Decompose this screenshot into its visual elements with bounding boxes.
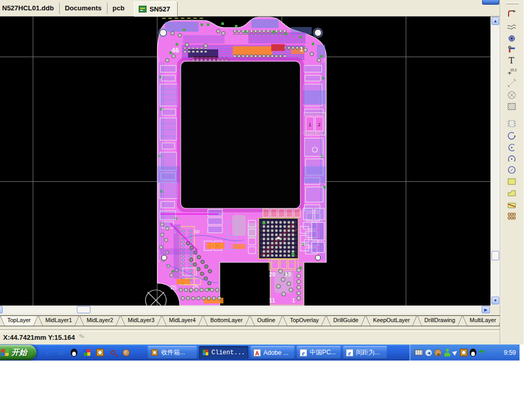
vertical-scroll-thumb[interactable] [491, 251, 499, 260]
start-button[interactable]: 开始 [0, 345, 36, 360]
pcb-layout: 1 2 etD3VBAT 1 50 25 26 [0, 17, 490, 305]
via-icon[interactable] [507, 45, 518, 56]
polygon-plane-icon[interactable] [507, 188, 518, 199]
mail-icon[interactable]: ✉ [57, 348, 65, 357]
scrollbar-corner [490, 305, 500, 314]
svg-text:10: 10 [285, 271, 291, 277]
qq-icon[interactable] [70, 348, 78, 357]
origin-crosshair [145, 290, 166, 305]
layer-tab-drillguide[interactable]: DrillGuide [326, 315, 366, 326]
user-icon[interactable] [444, 349, 451, 356]
active-doc-tab-label: SN527 [150, 5, 170, 13]
taskbar-button-inbox[interactable]: 收件箱... [148, 346, 197, 359]
doc-tab-sn527-active[interactable]: SN527 [134, 2, 178, 17]
pcb-canvas[interactable]: 1 2 etD3VBAT 1 50 25 26 [0, 17, 490, 305]
status-bar: X:44.7421mm Y:15.164 ✎ [0, 327, 500, 344]
svg-text:etD3VBAT: etD3VBAT [302, 130, 324, 135]
quick-launch: e ✉ [39, 344, 130, 361]
doc-tab-ddb[interactable]: N527HCL01.ddb [0, 4, 59, 12]
clock-icon[interactable] [460, 349, 468, 356]
display-cutout [181, 61, 300, 208]
ie-icon[interactable]: e [44, 348, 52, 357]
interactive-route-icon[interactable] [507, 8, 518, 20]
arc-any-angle-icon[interactable] [507, 154, 518, 165]
umbrella-icon[interactable]: ☂ [478, 348, 485, 357]
doc-tab-documents[interactable]: Documents [60, 4, 107, 12]
taskbar-button-client[interactable]: Client... [199, 346, 248, 359]
scroll-right-button[interactable]: ▶ [482, 306, 490, 313]
keepout-circle-icon[interactable] [507, 90, 518, 101]
dimension-icon[interactable] [507, 78, 518, 89]
clock-icon[interactable] [96, 348, 104, 357]
pad-array-icon[interactable] [507, 211, 518, 222]
hatched-fill-icon[interactable] [507, 101, 518, 113]
collapse-chevron-icon[interactable]: ◀ [425, 349, 432, 356]
taskbar-button-china-pc[interactable]: e 中国PC... [297, 346, 341, 359]
svg-text:1: 1 [292, 297, 295, 303]
magnifier-icon[interactable] [109, 348, 117, 357]
fill-rect-icon[interactable] [507, 176, 518, 188]
dog-icon[interactable] [434, 349, 442, 356]
adobe-icon: A [254, 349, 261, 356]
layer-tab-drilldrawing[interactable]: DrillDrawing [417, 315, 462, 326]
svg-text:2: 2 [318, 122, 321, 127]
screen: N527HCL01.ddb Documents pcb SN527 [0, 0, 532, 399]
ie-icon: e [346, 349, 353, 356]
layer-tab-keepoutlayer[interactable]: KeepOutLayer [366, 315, 417, 326]
scroll-up-button[interactable]: ▲ [491, 17, 499, 25]
multi-trace-icon[interactable] [507, 22, 518, 33]
split-plane-icon[interactable] [507, 200, 518, 211]
vertical-scrollbar[interactable]: ▲ ▼ [490, 17, 499, 305]
doc-tab-pcb[interactable]: pcb [108, 4, 130, 12]
svg-text:50: 50 [194, 229, 200, 234]
cursor-icon[interactable] [452, 349, 459, 356]
layer-tab-midlayer1[interactable]: MidLayer1 [38, 315, 79, 326]
windows-logo-icon [1, 349, 9, 356]
layer-tab-outline[interactable]: Outline [250, 315, 283, 326]
document-tab-bar: N527HCL01.ddb Documents pcb SN527 [0, 0, 500, 17]
scroll-left-button[interactable] [0, 306, 3, 313]
full-circle-icon[interactable] [507, 165, 518, 176]
scroll-down-button[interactable]: ▼ [491, 297, 499, 304]
svg-text:11: 11 [269, 297, 275, 303]
ie-icon: e [300, 349, 307, 356]
pcb-board: 1 2 etD3VBAT 1 50 25 26 [157, 17, 326, 305]
taskbar: 开始 e ✉ 收件箱... Client... A Adobe ... [0, 344, 520, 361]
face-icon[interactable] [122, 348, 130, 357]
layer-tab-midlayer3[interactable]: MidLayer3 [121, 315, 162, 326]
svg-text:20: 20 [269, 271, 275, 277]
horizontal-scroll-thumb[interactable] [77, 306, 90, 313]
client-app-icon [202, 349, 209, 356]
tray-clock: 9:59 [504, 349, 516, 356]
layer-tab-midlayer4[interactable]: MidLayer4 [162, 315, 203, 326]
taskbar-button-adobe[interactable]: A Adobe ... [250, 346, 295, 359]
svg-text:1: 1 [300, 46, 303, 53]
window-button-fragment [482, 0, 499, 5]
placement-toolbar: T +10,10 [500, 0, 524, 344]
keyboard-icon[interactable] [415, 350, 423, 355]
qq-icon[interactable] [470, 349, 476, 356]
layer-tab-midlayer2[interactable]: MidLayer2 [79, 315, 121, 326]
cursor-coordinates: X:44.7421mm Y:15.164 [3, 334, 75, 341]
pen-cursor-icon: ✎ [78, 332, 85, 341]
bga-chip [259, 218, 298, 259]
taskbar-button-spacing[interactable]: e 间距为... [343, 346, 387, 359]
svg-text:46: 46 [171, 46, 179, 54]
svg-text:25: 25 [170, 284, 177, 290]
system-tray: ◀ ☂ 9:59 [409, 344, 520, 361]
place-string-icon[interactable]: T [507, 55, 518, 66]
horizontal-scrollbar[interactable]: ▶ [0, 305, 490, 314]
layer-tab-bottomlayer[interactable]: BottomLayer [203, 315, 250, 326]
arc-edge-icon[interactable] [507, 131, 518, 142]
component-icon[interactable] [507, 118, 518, 130]
clock-icon [151, 349, 158, 356]
layer-tab-topoverlay[interactable]: TopOverlay [283, 315, 326, 326]
place-coordinate-icon[interactable]: +10,10 [507, 66, 518, 78]
player-icon[interactable] [83, 348, 91, 357]
arc-center-icon[interactable] [507, 142, 518, 154]
layer-tab-toplayer[interactable]: TopLayer [0, 315, 38, 326]
svg-text:T: T [509, 56, 514, 65]
pad-icon[interactable] [507, 33, 518, 45]
toolbar-grip[interactable] [506, 3, 518, 4]
layer-tab-multilayer[interactable]: MultiLayer [462, 315, 503, 326]
